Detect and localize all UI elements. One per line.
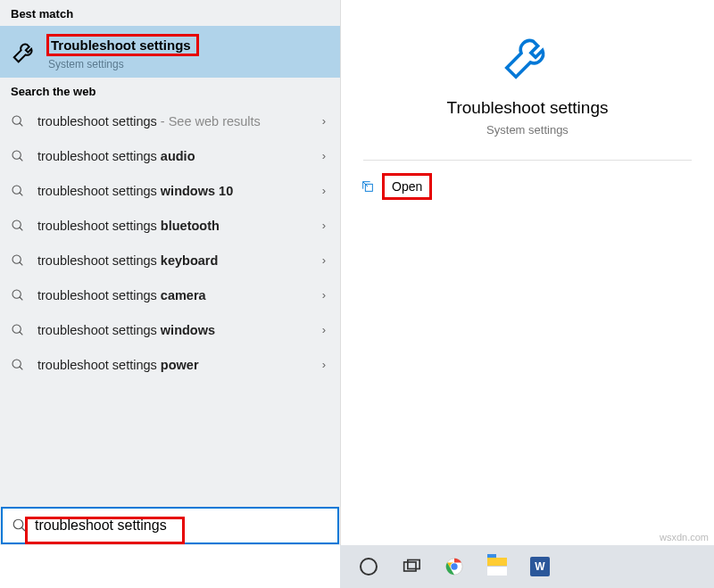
chevron-right-icon: ›	[322, 253, 326, 267]
svg-point-4	[12, 186, 21, 194]
search-input[interactable]	[35, 509, 337, 542]
svg-point-10	[12, 290, 21, 298]
svg-line-15	[20, 367, 22, 369]
search-web-header: Search the web	[0, 78, 340, 104]
search-icon	[11, 219, 25, 233]
svg-point-0	[12, 116, 21, 124]
chevron-right-icon: ›	[322, 219, 326, 232]
svg-line-7	[20, 228, 22, 230]
result-text: troubleshoot settings - See web results	[37, 114, 322, 128]
result-preview-panel: Troubleshoot settings System settings Op…	[340, 0, 714, 545]
search-icon	[11, 323, 25, 337]
word-icon[interactable]: W	[529, 556, 551, 577]
svg-point-6	[12, 220, 21, 228]
search-results-panel: Best match Troubleshoot settings System …	[0, 0, 340, 545]
svg-line-17	[21, 527, 25, 531]
wrench-icon	[11, 38, 37, 65]
svg-point-23	[451, 563, 457, 569]
web-result-item[interactable]: troubleshoot settings power›	[0, 347, 340, 382]
best-match-subtitle: System settings	[48, 58, 199, 70]
svg-rect-21	[408, 560, 419, 569]
highlight-box: Open	[382, 173, 432, 200]
open-icon	[361, 179, 375, 194]
svg-line-5	[20, 193, 22, 195]
search-icon	[11, 114, 25, 128]
wrench-icon	[500, 29, 555, 84]
best-match-result[interactable]: Troubleshoot settings System settings	[0, 26, 340, 78]
result-text: troubleshoot settings keyboard	[37, 253, 322, 268]
svg-point-12	[12, 325, 21, 333]
search-icon	[11, 288, 25, 302]
web-result-item[interactable]: troubleshoot settings windows›	[0, 312, 340, 347]
result-text: troubleshoot settings camera	[37, 288, 322, 302]
result-text: troubleshoot settings windows	[37, 323, 322, 337]
web-result-item[interactable]: troubleshoot settings audio›	[0, 138, 340, 173]
svg-point-14	[12, 360, 21, 368]
task-view-button[interactable]	[401, 556, 422, 577]
search-icon	[11, 358, 25, 372]
svg-point-16	[13, 519, 23, 529]
search-icon	[11, 149, 25, 163]
chevron-right-icon: ›	[322, 184, 326, 197]
file-explorer-icon[interactable]	[486, 556, 508, 577]
chevron-right-icon: ›	[322, 323, 326, 336]
svg-line-11	[20, 297, 22, 300]
search-box[interactable]	[1, 507, 339, 544]
svg-point-8	[12, 255, 21, 263]
preview-subtitle: System settings	[486, 123, 569, 137]
preview-title: Troubleshoot settings	[447, 98, 609, 118]
web-result-item[interactable]: troubleshoot settings windows 10›	[0, 173, 340, 208]
web-result-item[interactable]: troubleshoot settings bluetooth›	[0, 208, 340, 243]
highlight-box: Troubleshoot settings	[46, 34, 199, 56]
chrome-icon[interactable]	[444, 556, 465, 577]
open-action[interactable]: Open	[341, 161, 714, 212]
chevron-right-icon: ›	[322, 358, 326, 371]
watermark: wsxdn.com	[660, 532, 709, 542]
web-result-item[interactable]: troubleshoot settings camera›	[0, 277, 340, 312]
chevron-right-icon: ›	[322, 288, 326, 302]
search-icon	[11, 253, 25, 268]
result-text: troubleshoot settings audio	[37, 149, 322, 163]
chevron-right-icon: ›	[322, 149, 326, 162]
search-icon	[12, 518, 28, 534]
svg-line-13	[20, 332, 22, 335]
search-icon	[11, 184, 25, 198]
cortana-button[interactable]	[358, 556, 379, 577]
best-match-title: Troubleshoot settings	[51, 37, 191, 53]
web-result-item[interactable]: troubleshoot settings - See web results›	[0, 104, 340, 138]
svg-line-1	[20, 123, 22, 126]
open-label: Open	[392, 179, 422, 194]
svg-rect-20	[404, 562, 416, 571]
result-text: troubleshoot settings power	[37, 358, 322, 372]
best-match-header: Best match	[0, 0, 340, 26]
svg-line-3	[20, 158, 22, 161]
svg-line-9	[20, 262, 22, 265]
result-text: troubleshoot settings bluetooth	[37, 219, 322, 233]
svg-point-2	[12, 151, 21, 159]
web-result-item[interactable]: troubleshoot settings keyboard›	[0, 243, 340, 277]
taskbar: W	[340, 545, 714, 588]
result-text: troubleshoot settings windows 10	[37, 184, 322, 198]
chevron-right-icon: ›	[322, 114, 326, 128]
